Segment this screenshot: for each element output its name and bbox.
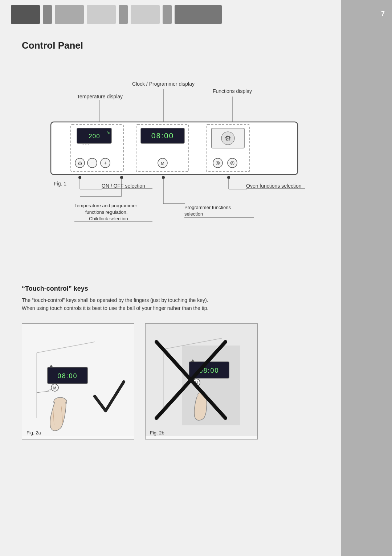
programmer-functions-label-line1: Programmer functions — [184, 205, 231, 210]
bar-block-7 — [163, 5, 172, 24]
svg-text:08:00: 08:00 — [57, 372, 77, 380]
page-title: Control Panel — [22, 40, 319, 51]
touch-description-line1: The “touch-control” keys shall be operat… — [22, 297, 208, 303]
figure-2b-svg: 08:00 M — [146, 324, 258, 440]
svg-text:+: + — [104, 160, 107, 166]
bar-block-6 — [131, 5, 160, 24]
touch-control-description: The “touch-control” keys shall be operat… — [22, 296, 319, 312]
svg-text:08:00: 08:00 — [151, 131, 174, 140]
figure-2b-box: 08:00 M Fig. 2b — [145, 323, 258, 440]
svg-text:◎: ◎ — [230, 160, 234, 165]
control-panel-diagram: Temperature display Clock / Programmer d… — [29, 66, 312, 269]
bar-block-3 — [55, 5, 84, 24]
svg-text:⏻: ⏻ — [78, 161, 82, 165]
figure-2a-box: 08:00 M — [22, 323, 134, 440]
diagram-container: Temperature display Clock / Programmer d… — [29, 66, 312, 270]
svg-text:−: − — [91, 160, 94, 166]
svg-text:M: M — [53, 386, 56, 390]
bar-block-1 — [11, 5, 40, 24]
page-number: 7 — [381, 10, 385, 18]
figure-2a-svg: 08:00 M — [22, 324, 134, 440]
bar-block-4 — [87, 5, 116, 24]
touch-control-title: “Touch-control” keys — [22, 285, 319, 293]
temp-programmer-label-line2: functions regulation, — [85, 209, 127, 215]
diagram-section: Temperature display Clock / Programmer d… — [22, 66, 319, 270]
svg-text:200: 200 — [89, 133, 100, 140]
figure-2b-caption: Fig. 2b — [150, 430, 164, 436]
svg-text:⚙: ⚙ — [225, 134, 231, 142]
right-panel — [341, 0, 392, 556]
figure-2a-caption: Fig. 2a — [26, 430, 41, 436]
oven-functions-label: Oven functions selection — [246, 183, 302, 189]
temperature-display-label: Temperature display — [77, 94, 123, 99]
top-decorative-bar — [0, 0, 392, 29]
svg-text:M: M — [161, 161, 164, 165]
temp-programmer-label-line3: Childlock selection — [89, 216, 128, 221]
functions-display-label: Functions display — [213, 88, 252, 94]
touch-description-line2: When using touch controls it is best to … — [22, 305, 208, 311]
bar-block-2 — [43, 5, 52, 24]
svg-text:◎: ◎ — [216, 160, 220, 165]
main-content: Control Panel Temperature display Clock … — [0, 29, 341, 454]
svg-text:°c: °c — [107, 131, 110, 135]
on-off-selection-label: ON / OFF selection — [102, 183, 145, 189]
bar-block-5 — [119, 5, 128, 24]
touch-control-section: “Touch-control” keys The “touch-control”… — [22, 285, 319, 440]
clock-programmer-label: Clock / Programmer display — [132, 81, 195, 87]
figures-row: 08:00 M — [22, 323, 319, 440]
fig-1-label: Fig. 1 — [54, 181, 66, 187]
temp-programmer-label-line1: Temperature and programmer — [74, 203, 137, 208]
svg-text:• • • • •: • • • • • — [82, 143, 89, 145]
bar-block-8 — [175, 5, 222, 24]
programmer-functions-label-line2: selection — [184, 211, 203, 217]
